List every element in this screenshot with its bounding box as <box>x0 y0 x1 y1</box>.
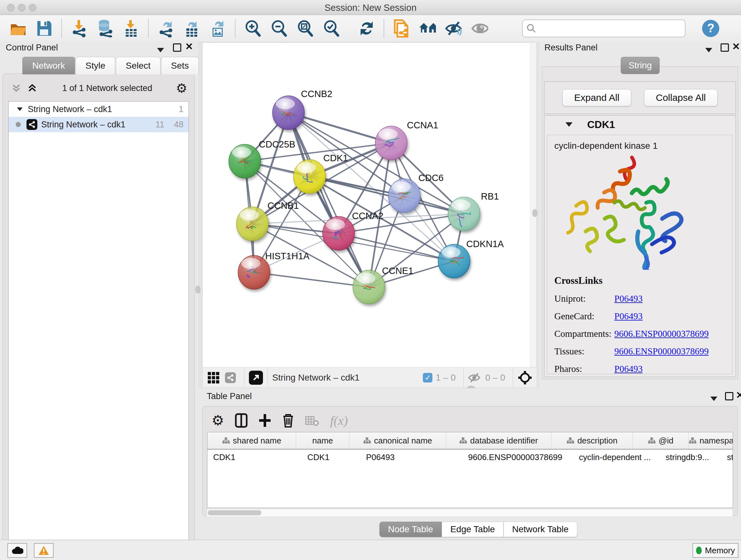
network-node-count: 11 <box>155 120 164 130</box>
export-image-button[interactable] <box>209 20 226 37</box>
tab-style[interactable]: Style <box>76 57 115 74</box>
hide-selected-button[interactable] <box>445 20 462 37</box>
birds-eye-view-icon[interactable] <box>208 372 219 383</box>
edge-CCNA2-CDKN1A[interactable] <box>339 233 454 261</box>
tab-node-table[interactable]: Node Table <box>380 522 442 537</box>
table-panel-menu-button[interactable] <box>711 393 718 403</box>
node-CCNA1[interactable] <box>375 126 407 160</box>
network-row[interactable]: String Network – cdk1 11 48 <box>9 117 189 132</box>
table-cell[interactable]: P06493 <box>360 449 462 465</box>
show-columns-icon[interactable] <box>235 413 248 428</box>
table-cell[interactable]: stringdb <box>721 449 733 465</box>
node-RB1[interactable] <box>448 197 480 231</box>
zoom-selected-button[interactable] <box>322 20 340 37</box>
view-toolbar-separator <box>267 368 268 388</box>
crosslink-link[interactable]: 9606.ENSP00000378699 <box>614 328 709 339</box>
table-settings-gear-icon[interactable]: ⚙ <box>212 414 224 427</box>
apply-layout-button[interactable] <box>358 20 375 37</box>
node-CDK1[interactable] <box>293 160 326 193</box>
import-network-file-button[interactable] <box>70 20 87 37</box>
node-CCNB1[interactable] <box>237 207 268 241</box>
collapse-all-button[interactable]: Collapse All <box>644 89 718 106</box>
entry-expander-icon[interactable] <box>565 122 572 127</box>
import-table-file-button[interactable] <box>123 20 140 37</box>
search-input[interactable] <box>522 19 685 37</box>
zoom-fit-button[interactable] <box>296 20 313 37</box>
table-panel-close-button[interactable]: ✕ <box>736 392 741 398</box>
column-header-description[interactable]: description <box>551 432 633 449</box>
table-cell[interactable]: CDK1 <box>207 449 301 465</box>
table-row[interactable]: CDK1CDK1P064939606.ENSP00000378699cyclin… <box>207 449 733 465</box>
save-session-button[interactable] <box>36 20 53 37</box>
network-canvas[interactable]: CCNB2CCNA1CDC25BCDK1CDC6RB1CCNB1CCNA2CDK… <box>202 43 531 368</box>
tab-network[interactable]: Network <box>22 57 75 74</box>
node-CDC25B[interactable] <box>229 144 261 178</box>
export-table-button[interactable] <box>183 20 200 37</box>
scrollbar-thumb[interactable] <box>208 510 261 515</box>
export-network-button[interactable] <box>157 20 174 37</box>
network-overview-icon[interactable] <box>225 372 236 383</box>
results-panel-close-button[interactable]: ✕ <box>732 44 740 50</box>
table-cell[interactable]: cyclin-dependent ... <box>573 449 660 465</box>
cloud-status-button[interactable] <box>7 543 27 558</box>
tab-edge-table[interactable]: Edge Table <box>442 522 503 537</box>
control-panel-float-button[interactable] <box>173 44 181 54</box>
network-options-gear-icon[interactable]: ⚙ <box>176 82 187 95</box>
column-header-canonical-name[interactable]: canonical name <box>349 432 446 449</box>
tab-string[interactable]: String <box>621 57 660 74</box>
collection-expander-icon[interactable] <box>17 107 23 111</box>
expand-all-networks-icon[interactable] <box>27 82 39 94</box>
node-CCNE1[interactable] <box>353 270 385 304</box>
tab-network-table[interactable]: Network Table <box>503 522 577 537</box>
network-collection-row[interactable]: String Network – cdk1 1 <box>9 102 189 117</box>
table-horizontal-scrollbar[interactable] <box>207 509 732 516</box>
results-panel-float-button[interactable] <box>721 44 729 54</box>
pan-crosshair-icon[interactable] <box>518 370 532 385</box>
crosslink-link[interactable]: 9606.ENSP00000378699 <box>614 346 709 357</box>
column-header-namespac[interactable]: namespac <box>689 432 733 449</box>
expand-all-button[interactable]: Expand All <box>562 89 631 106</box>
tab-sets[interactable]: Sets <box>161 57 199 74</box>
detach-view-icon[interactable] <box>249 371 263 385</box>
right-splitter-handle[interactable] <box>532 209 537 217</box>
results-panel-menu-button[interactable] <box>705 45 712 55</box>
canvas-vertical-scrollbar[interactable] <box>530 43 536 368</box>
left-splitter-handle[interactable] <box>195 286 200 294</box>
table-cell[interactable]: CDK1 <box>301 449 360 465</box>
tab-select[interactable]: Select <box>116 57 160 74</box>
crosslink-link[interactable]: P06493 <box>614 294 643 304</box>
control-panel-close-button[interactable]: ✕ <box>185 44 193 50</box>
crosslink-link[interactable]: P06493 <box>614 311 643 321</box>
selected-items-checkbox[interactable]: ✓ <box>423 373 432 382</box>
zoom-out-button[interactable] <box>270 20 287 37</box>
node-CCNA2[interactable] <box>323 216 354 250</box>
memory-button[interactable]: Memory <box>692 543 738 558</box>
node-CCNB2[interactable] <box>273 96 305 130</box>
entry-header[interactable]: CDK1 <box>544 116 736 133</box>
first-neighbors-button[interactable] <box>419 20 436 37</box>
open-session-button[interactable] <box>10 20 27 37</box>
column-header--id[interactable]: @id <box>633 432 689 449</box>
graphics-details-button[interactable] <box>471 20 488 37</box>
node-CDKN1A[interactable] <box>438 244 470 278</box>
node-CDC6[interactable] <box>388 179 420 212</box>
column-header-shared-name[interactable]: shared name <box>207 432 296 449</box>
edge-HIST1H1A-CCNE1[interactable] <box>254 272 369 287</box>
warnings-button[interactable] <box>34 543 54 558</box>
table-cell[interactable]: stringdb:9... <box>660 449 721 465</box>
crosslink-link[interactable]: P06493 <box>614 364 643 374</box>
help-button[interactable]: ? <box>702 20 719 37</box>
control-panel-menu-button[interactable] <box>157 45 164 55</box>
table-panel-float-button[interactable] <box>725 392 733 402</box>
zoom-in-button[interactable] <box>244 20 261 37</box>
add-column-icon[interactable] <box>259 414 271 428</box>
import-network-database-button[interactable] <box>96 20 114 37</box>
column-header-database-identifier[interactable]: database identifier <box>446 432 551 449</box>
function-builder-icon: f(x) <box>330 413 348 428</box>
node-table[interactable]: shared namenamecanonical namedatabase id… <box>207 432 733 508</box>
create-network-from-selection-button[interactable] <box>393 20 410 37</box>
collapse-all-networks-icon[interactable] <box>11 82 23 94</box>
delete-column-icon[interactable] <box>282 413 294 428</box>
table-cell[interactable]: 9606.ENSP00000378699 <box>462 449 573 465</box>
column-header-name[interactable]: name <box>296 432 349 449</box>
